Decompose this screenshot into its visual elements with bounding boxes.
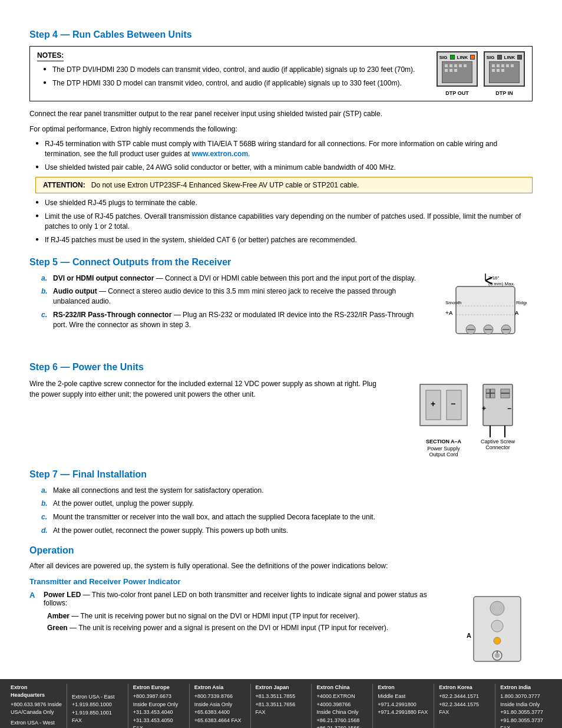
svg-text:(5 mm) Max.: (5 mm) Max. <box>488 281 515 286</box>
footer-asia-line1: +800.7339.8766 <box>194 693 246 701</box>
step7-item-a: a. Make all connections and test the sys… <box>41 486 533 496</box>
green-row: Green — The unit is receiving power and … <box>47 624 447 632</box>
step7-letter-c: c. <box>41 512 49 522</box>
note-item-2: The DTP HDMI 330 D model can transmit vi… <box>43 78 425 88</box>
footer-europe-title: Extron Europe <box>133 684 184 692</box>
footer-china-title: Extron China <box>316 684 368 692</box>
footer-japan-fax: +81.3.3511.7656 FAX <box>256 701 307 717</box>
svg-text:A: A <box>449 310 453 316</box>
led-states: Amber — The unit is receiving power but … <box>29 612 447 632</box>
attention-box: ATTENTION: Do not use Extron UTP23SF-4 E… <box>35 177 533 193</box>
step5-text: a. DVI or HDMI output connector — Connec… <box>29 274 427 334</box>
green-text: — The unit is receiving power and a sign… <box>68 624 388 632</box>
green-label: Green <box>47 624 68 632</box>
power-led-bold: Power LED <box>44 591 81 599</box>
footer-india-line1: 1.800.3070.3777 <box>500 693 551 701</box>
svg-text:+: + <box>431 399 435 409</box>
notes-content: NOTES: The DTP DVI/HDMI 230 D models can… <box>37 51 425 96</box>
footer-col-me: Extron Middle East +971.4.2991800 +971.4… <box>373 684 434 728</box>
rs232-connector-svg: 3/16" (5 mm) Max. Smooth A + Ridges A <box>444 274 527 350</box>
step7-letter-b: b. <box>41 499 49 509</box>
footer-col-europe: Extron Europe +800.3987.6673 Inside Euro… <box>128 684 190 728</box>
footer-india-phone2: +91.80.3055.3737 <box>500 717 551 725</box>
step7-text-d: At the power outlet, reconnect the power… <box>53 526 288 536</box>
power-indicator-heading: Transmitter and Receiver Power Indicator <box>29 577 533 586</box>
footer-col-hq: Extron Headquarters +800.633.9876 Inside… <box>6 684 67 728</box>
link-led-in <box>517 55 522 60</box>
dtp-out-port: SIG LINK <box>437 51 478 87</box>
power-led-row: A Power LED — This two-color front panel… <box>29 591 447 607</box>
step4-bullets2: Use shielded RJ-45 plugs to terminate th… <box>29 198 533 245</box>
footer-india-phone: +91.80.3055.3777 <box>500 709 551 717</box>
step4-bullet-1: RJ-45 termination with STP cable must co… <box>35 139 533 159</box>
measurement-label: 3/16" <box>488 275 500 281</box>
step4-bullet-3: Use shielded RJ-45 plugs to terminate th… <box>35 198 533 208</box>
step6-content: Wire the 2-pole captive screw connector … <box>29 378 533 457</box>
amber-text: — The unit is receiving power but no sig… <box>70 612 359 620</box>
step4-para2: For optimal performance, Extron highly r… <box>29 124 533 134</box>
step5-letter-b: b. <box>41 286 49 307</box>
dtp-in-connector <box>489 61 520 83</box>
step7-item-d: d. At the power outlet, reconnect the po… <box>41 526 533 536</box>
step6-text: Wire the 2-pole captive screw connector … <box>29 378 388 404</box>
captive-screw-container: + − Captive Screw Connector <box>480 378 515 450</box>
footer-usa-east-fax: +1.919.850.1001 FAX <box>72 709 123 725</box>
footer-india-title: Extron India <box>500 684 551 692</box>
footer-india-line2: Inside India Only <box>500 701 551 709</box>
footer-korea-phone: +82.2.3444.1571 <box>439 693 490 701</box>
footer-china-line1: +4000.EXTRON <box>316 693 368 701</box>
footer-me-title: Extron <box>378 684 429 692</box>
step5-a-bold: DVI or HDMI output connector <box>53 274 154 282</box>
step4-bullet-4: Limit the use of RJ-45 patches. Overall … <box>35 212 533 232</box>
svg-point-30 <box>490 601 504 615</box>
attention-text: Do not use Extron UTP23SF-4 Enhanced Ske… <box>91 181 359 189</box>
dtp-out-leds: SIG LINK <box>439 55 475 60</box>
step7-letter-d: d. <box>41 526 49 536</box>
operation-text: A Power LED — This two-color front panel… <box>29 591 447 632</box>
svg-text:−: − <box>451 399 455 409</box>
step5-item-b: b. Audio output — Connect a stereo audio… <box>41 286 427 307</box>
footer-col-usa-east: Extron USA - East +1.919.850.1000 +1.919… <box>67 684 128 728</box>
step7-item-b: b. At the power outlet, unplug the power… <box>41 499 533 509</box>
step5-heading: Step 5 — Connect Outputs from the Receiv… <box>29 257 533 268</box>
footer-usa-east-title: Extron USA - East <box>72 693 123 701</box>
step7-letter-a: a. <box>41 486 49 496</box>
step6-para: Wire the 2-pole captive screw connector … <box>29 378 388 400</box>
sig-led-out <box>450 55 455 60</box>
sig-led-in <box>497 55 502 60</box>
svg-text:+: + <box>445 309 449 316</box>
step5-letter-a: a. <box>41 274 49 284</box>
step7-list: a. Make all connections and test the sys… <box>29 486 533 536</box>
footer-asia-phone: +65.6383.4400 <box>194 709 246 717</box>
footer-japan-phone: +81.3.3511.7855 <box>256 693 307 701</box>
amber-row: Amber — The unit is receiving power but … <box>47 612 447 620</box>
power-indicator-letter: A <box>29 591 39 599</box>
smooth-label: Smooth <box>445 300 462 305</box>
step6-diagrams: + − SECTION A–A Power Supply Output Cord <box>397 378 533 457</box>
footer-china-line3: Inside China Only <box>316 709 368 717</box>
operation-content: A Power LED — This two-color front panel… <box>29 591 533 667</box>
svg-point-35 <box>495 653 500 658</box>
dtp-in-leds: SIG LINK <box>487 55 522 60</box>
dtp-out-label: DTP OUT <box>445 90 468 96</box>
operation-para: After all devices are powered up, the sy… <box>29 561 533 571</box>
footer-europe-line2: Inside Europe Only <box>133 701 184 709</box>
power-led-text: — This two-color front panel LED on both… <box>44 591 427 607</box>
dtp-out-connector <box>442 61 472 83</box>
step5-item-c: c. RS-232/IR Pass-Through connector — Pl… <box>41 310 427 330</box>
ridges-label: Ridges <box>516 300 527 305</box>
footer-asia-fax: +65.6383.4664 FAX <box>194 717 246 725</box>
footer-korea-fax: +82.2.3444.1575 FAX <box>439 701 490 717</box>
svg-text:A: A <box>467 632 471 639</box>
step4-bullet-2: Use shielded twisted pair cable, 24 AWG … <box>35 163 533 173</box>
footer-korea-title: Extron Korea <box>439 684 490 692</box>
step7-text-c: Mount the transmitter or receiver into t… <box>53 512 375 522</box>
notes-list: The DTP DVI/HDMI 230 D models can transm… <box>37 65 425 88</box>
svg-text:+: + <box>482 404 486 413</box>
footer-me-fax: +971.4.2991880 FAX <box>378 709 429 717</box>
step5-c-bold: RS-232/IR Pass-Through connector <box>53 311 171 319</box>
step7-text-b: At the power outlet, unplug the power su… <box>53 499 194 509</box>
step7-text-a: Make all connections and test the system… <box>53 486 264 496</box>
svg-text:A: A <box>515 310 519 316</box>
extron-link[interactable]: www.extron.com <box>191 150 248 158</box>
